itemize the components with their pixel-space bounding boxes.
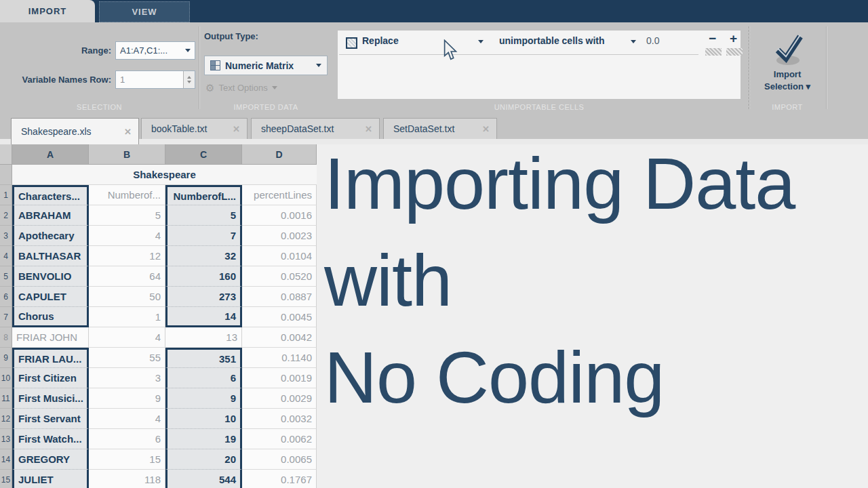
close-icon[interactable]: ✕ xyxy=(223,124,240,134)
cell-c[interactable]: 6 xyxy=(165,368,242,388)
add-rule-button[interactable]: + xyxy=(730,31,737,46)
output-type-dropdown[interactable]: Numeric Matrix xyxy=(204,56,328,75)
cell-a[interactable]: BALTHASAR xyxy=(12,246,89,266)
column-header-d[interactable]: D xyxy=(242,144,317,165)
cell-d[interactable]: 0.0019 xyxy=(242,368,317,388)
cell-a[interactable]: CAPULET xyxy=(12,287,89,307)
row-number[interactable]: 11 xyxy=(0,388,12,409)
cell-a[interactable]: BENVOLIO xyxy=(12,266,89,287)
cell-a[interactable]: Apothecary xyxy=(12,226,89,246)
row-number[interactable]: 12 xyxy=(0,409,12,429)
cell-b[interactable]: 4 xyxy=(89,226,165,246)
row-number[interactable]: 10 xyxy=(0,368,12,388)
column-header-c[interactable]: C xyxy=(165,144,242,165)
chevron-down-icon[interactable] xyxy=(631,40,636,43)
spinner-up-icon[interactable] xyxy=(187,76,191,79)
spinner-down-icon[interactable] xyxy=(187,81,191,83)
document-tab[interactable]: bookTable.txt✕ xyxy=(141,118,248,139)
cell-a[interactable]: Chorus xyxy=(12,307,89,327)
row-number[interactable]: 15 xyxy=(0,470,12,488)
cell-c[interactable]: 20 xyxy=(165,449,242,470)
row-number[interactable]: 14 xyxy=(0,449,12,470)
cell-d[interactable]: 0.0042 xyxy=(242,327,317,348)
import-selection-button[interactable]: Import xyxy=(749,69,826,79)
cell-a[interactable]: Characters... xyxy=(12,185,89,205)
cell-b[interactable]: 15 xyxy=(89,449,165,470)
cell-c[interactable]: 19 xyxy=(165,429,242,449)
cell-a[interactable]: ABRAHAM xyxy=(12,205,89,226)
cell-c[interactable]: 14 xyxy=(165,307,242,327)
cell-b[interactable]: 9 xyxy=(89,388,165,409)
cell-b[interactable]: 50 xyxy=(89,287,165,307)
row-number[interactable]: 2 xyxy=(0,205,12,226)
cell-a[interactable]: First Musici... xyxy=(12,388,89,409)
replace-value-input[interactable]: 0.0 xyxy=(646,35,659,46)
row-number[interactable]: 8 xyxy=(0,327,12,348)
cell-c[interactable]: 10 xyxy=(165,409,242,429)
cell-d[interactable]: 0.0029 xyxy=(242,388,317,409)
row-number[interactable]: 7 xyxy=(0,307,12,327)
cell-a[interactable]: First Watch... xyxy=(12,429,89,449)
cell-b[interactable]: Numberof... xyxy=(89,185,165,205)
chevron-down-icon[interactable] xyxy=(185,49,191,52)
cell-d[interactable]: 0.0016 xyxy=(242,205,317,226)
cell-c[interactable]: 160 xyxy=(165,266,242,287)
cell-d[interactable]: percentLines xyxy=(242,185,317,205)
cell-d[interactable]: 0.0062 xyxy=(242,429,317,449)
cell-b[interactable]: 5 xyxy=(89,205,165,226)
cell-c[interactable]: 273 xyxy=(165,287,242,307)
tab-import[interactable]: IMPORT xyxy=(0,0,95,22)
close-icon[interactable]: ✕ xyxy=(473,124,490,134)
cell-b[interactable]: 3 xyxy=(89,368,165,388)
cell-b[interactable]: 1 xyxy=(89,307,165,327)
cell-a[interactable]: GREGORY xyxy=(12,449,89,470)
cell-b[interactable]: 55 xyxy=(89,348,165,368)
cell-a[interactable]: First Citizen xyxy=(12,368,89,388)
cell-a[interactable]: FRIAR JOHN xyxy=(12,327,89,348)
cell-d[interactable]: 0.0104 xyxy=(242,246,317,266)
cell-d[interactable]: 0.0520 xyxy=(242,266,317,287)
cell-d[interactable]: 0.0887 xyxy=(242,287,317,307)
close-icon[interactable]: ✕ xyxy=(355,124,372,134)
import-check-icon[interactable] xyxy=(770,32,808,67)
row-number[interactable]: 5 xyxy=(0,266,12,287)
replace-checkbox[interactable] xyxy=(346,37,357,49)
cell-c[interactable]: 9 xyxy=(165,388,242,409)
row-number[interactable]: 1 xyxy=(0,185,12,205)
cell-b[interactable]: 12 xyxy=(89,246,165,266)
cell-d[interactable]: 0.0065 xyxy=(242,449,317,470)
stepper-control[interactable] xyxy=(183,71,195,88)
chevron-down-icon[interactable] xyxy=(478,40,484,43)
document-tab[interactable]: Shakespeare.xls✕ xyxy=(11,118,139,144)
cell-b[interactable]: 64 xyxy=(89,266,165,287)
cell-d[interactable]: 0.1767 xyxy=(242,470,317,488)
cell-c[interactable]: 351 xyxy=(165,348,242,368)
row-number[interactable]: 4 xyxy=(0,246,12,266)
cell-c[interactable]: 7 xyxy=(165,226,242,246)
text-options-button[interactable]: ⚙ Text Options xyxy=(205,83,277,93)
row-number[interactable]: 6 xyxy=(0,287,12,307)
row-number[interactable]: 13 xyxy=(0,429,12,449)
cell-a[interactable]: First Servant xyxy=(12,409,89,429)
row-number[interactable]: 3 xyxy=(0,226,12,246)
cell-b[interactable]: 6 xyxy=(89,429,165,449)
import-selection-dropdown[interactable]: Selection ▾ xyxy=(749,81,826,92)
column-header-a[interactable]: A xyxy=(12,144,89,165)
cell-b[interactable]: 4 xyxy=(89,409,165,429)
cell-b[interactable]: 118 xyxy=(89,470,165,488)
cell-d[interactable]: 0.0045 xyxy=(242,307,317,327)
remove-rule-button[interactable]: − xyxy=(709,31,716,46)
cell-d[interactable]: 0.0023 xyxy=(242,226,317,246)
cell-a[interactable]: JULIET xyxy=(12,470,89,488)
close-icon[interactable]: ✕ xyxy=(115,127,132,137)
range-input[interactable]: A1:A7,C1:... xyxy=(115,41,195,60)
cell-b[interactable]: 4 xyxy=(89,327,165,348)
tab-view[interactable]: VIEW xyxy=(99,1,190,22)
row-number[interactable]: 9 xyxy=(0,348,12,368)
cell-a[interactable]: FRIAR LAU... xyxy=(12,348,89,368)
cell-c[interactable]: 32 xyxy=(165,246,242,266)
column-header-b[interactable]: B xyxy=(89,144,165,165)
cell-c[interactable]: NumberofL... xyxy=(165,185,242,205)
variable-names-row-input[interactable]: 1 xyxy=(115,70,195,89)
cell-c[interactable]: 544 xyxy=(165,470,242,488)
